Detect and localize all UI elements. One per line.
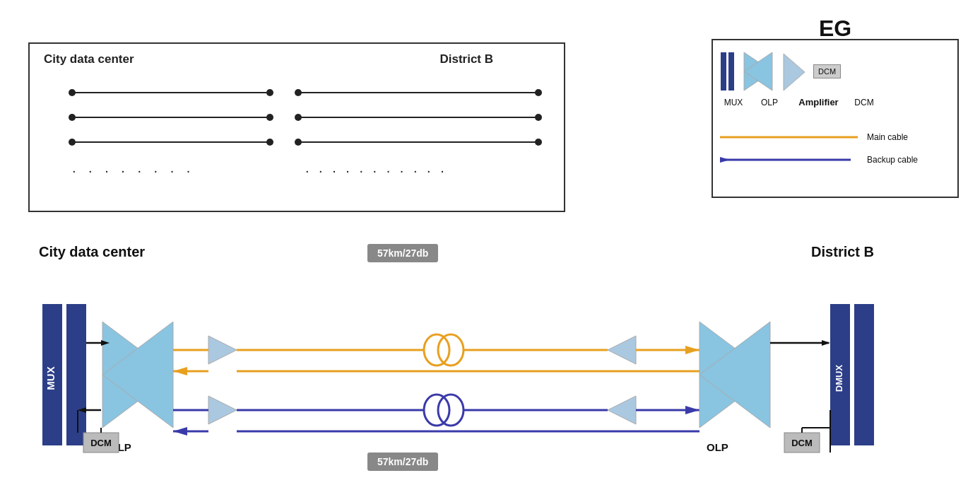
main-cable-line — [720, 132, 861, 142]
dots-right: · · · · · · · · · · · — [305, 163, 447, 179]
olp-right-text: OLP — [707, 441, 728, 453]
line-row-1 — [30, 86, 564, 99]
distance-badge-top: 57km/27db — [367, 244, 438, 262]
backup-cable-label: Backup cable — [867, 155, 918, 165]
amp-right-top — [608, 336, 636, 364]
olp-label-legend: OLP — [752, 98, 786, 107]
city-label-top: City data center — [44, 52, 134, 66]
spool-bot-1 — [424, 395, 449, 426]
dcm-right-text: DCM — [791, 438, 813, 448]
city-label-bottom: City data center — [39, 244, 145, 260]
mux-label-legend: MUX — [720, 98, 747, 107]
amplifier-label-legend: Amplifier — [792, 97, 845, 107]
backup-arrow-right — [685, 406, 699, 414]
eg-title: EG — [819, 16, 851, 42]
legend-box: EG DCM MUX OLP Amplifier DCM Main cable — [712, 39, 959, 198]
connection-lines: · · · · · · · · · · · · · · · · · · · — [30, 79, 564, 185]
spool-top-1 — [424, 334, 449, 366]
dmux-text: DMUX — [834, 365, 844, 392]
dcm-left-text: DCM — [90, 438, 112, 448]
main-top-arrow — [685, 346, 699, 354]
backup-cable-row: Backup cable — [720, 153, 950, 166]
district-label-top: District B — [439, 52, 493, 66]
main-cable-row: Main cable — [720, 132, 950, 142]
amp-left-bottom — [208, 396, 237, 424]
spool-bot-2 — [438, 395, 464, 426]
top-left-diagram: City data center District B — [28, 42, 565, 212]
mux-icon — [720, 51, 736, 92]
olp-icon — [741, 51, 775, 92]
svg-point-2 — [266, 89, 273, 96]
dcm-label-legend: DCM — [851, 98, 878, 107]
main-cable-label: Main cable — [867, 132, 908, 142]
legend-icons: DCM — [720, 51, 841, 92]
amplifier-icon — [781, 52, 808, 91]
diagram-svg: MUX OLP DCM — [0, 262, 980, 502]
svg-rect-19 — [728, 52, 734, 91]
district-label-bottom: District B — [811, 244, 874, 260]
dcm-top: DCM — [813, 64, 841, 78]
svg-point-8 — [266, 114, 273, 121]
svg-point-17 — [535, 139, 542, 146]
dots-left: · · · · · · · · — [72, 163, 194, 179]
main-ret-arrow — [173, 367, 187, 375]
svg-point-11 — [535, 114, 542, 121]
amp-right-bottom — [608, 396, 636, 424]
line-row-2 — [30, 111, 564, 124]
backup-cable-line — [720, 153, 861, 166]
svg-marker-22 — [784, 54, 805, 91]
arrowhead-right-top — [822, 340, 830, 346]
svg-rect-18 — [721, 52, 726, 91]
backup-ret-arrow — [173, 427, 187, 436]
legend-text-labels: MUX OLP Amplifier DCM — [720, 97, 878, 107]
svg-point-5 — [535, 89, 542, 96]
spool-top-2 — [438, 334, 464, 366]
svg-point-14 — [266, 139, 273, 146]
svg-marker-25 — [720, 157, 730, 163]
dmux-right-2 — [854, 304, 874, 445]
mux-left-2 — [66, 304, 86, 445]
mux-text: MUX — [45, 366, 57, 390]
bottom-diagram: City data center District B 57km/27db 57… — [0, 233, 980, 502]
amp-left-top — [208, 336, 237, 364]
line-row-3 — [30, 136, 564, 148]
